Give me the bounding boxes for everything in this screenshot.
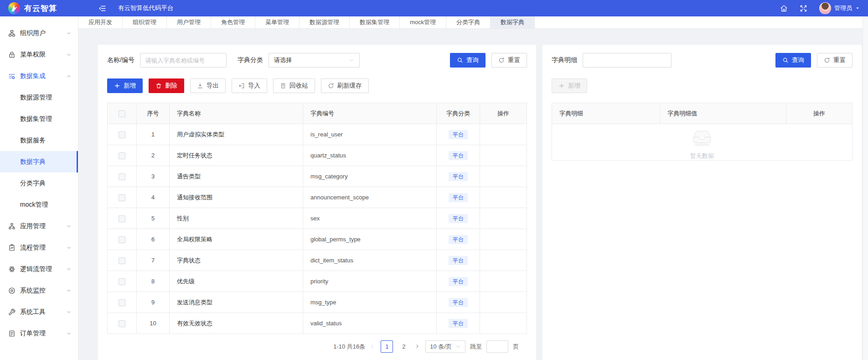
sidebar-subitem-label: 数据字典 [20,158,46,166]
sidebar-subitem-label: mock管理 [20,201,48,209]
cell-no: 3 [137,166,170,187]
sidebar-item-label: 系统工具 [20,308,46,316]
tab-user-mgmt[interactable]: 用户管理 [167,16,211,28]
column-detail-actions: 操作 [786,103,852,124]
user-avatar [819,2,831,14]
collapse-sidebar-button[interactable] [98,5,106,12]
sidebar-subitem-label: 数据源管理 [20,94,52,102]
page-button-2[interactable]: 2 [398,340,410,353]
column-actions: 操作 [480,103,527,124]
detail-filter-label: 字典明细 [552,56,577,64]
cell-dict-category: 平台 [437,271,480,292]
dict-filter-row: 名称/编号 字典分类 请选择 查询 [107,53,527,68]
table-row[interactable]: 5 性别 sex 平台 [108,208,527,229]
row-checkbox[interactable] [119,257,125,264]
cell-actions [480,187,527,208]
chevron-up-icon [66,73,72,79]
sidebar-subitem-data-service[interactable]: 数据服务 [0,130,78,151]
sidebar-subitem-data-dict[interactable]: 数据字典 [0,151,78,172]
sidebar-item-menu-perms[interactable]: 菜单权限 [0,44,78,65]
cell-no: 1 [137,124,170,145]
tab-app-dev[interactable]: 应用开发 [78,16,123,28]
menu-perms-icon [8,51,16,58]
plus-icon [558,83,565,89]
import-button[interactable]: 导入 [232,78,267,93]
tab-bar: 应用开发组织管理用户管理角色管理菜单管理数据源管理数据集管理mock管理分类字典… [78,16,868,29]
sidebar-item-data-integration[interactable]: 数据集成 [0,65,78,87]
tab-data-dict[interactable]: 数据字典 [491,16,535,28]
row-checkbox[interactable] [119,320,125,327]
cell-dict-code: quartz_status [303,145,437,166]
sidebar-subitem-datasource-mgmt[interactable]: 数据源管理 [0,87,78,108]
sidebar-item-system-monitor[interactable]: 系统监控 [0,280,78,301]
export-button[interactable]: 导出 [190,78,226,93]
cell-dict-code: msg_type [303,292,437,313]
row-checkbox[interactable] [119,194,125,201]
add-dict-button[interactable]: 新增 [107,78,143,93]
fullscreen-button[interactable] [800,5,807,12]
row-checkbox[interactable] [119,278,125,285]
table-row[interactable]: 4 通知接收范围 announcement_scope 平台 [108,187,527,208]
sidebar-item-process-mgmt[interactable]: 流程管理 [0,237,78,258]
system-monitor-icon [8,287,16,294]
table-row[interactable]: 3 通告类型 msg_category 平台 [108,166,527,187]
page-size-select[interactable]: 10 条/页 [425,340,465,353]
tab-category-dict[interactable]: 分类字典 [446,16,491,28]
table-row[interactable]: 8 优先级 priority 平台 [108,271,527,292]
process-mgmt-icon [8,244,16,251]
row-checkbox[interactable] [119,236,125,243]
tab-mock-mgmt[interactable]: mock管理 [400,16,446,28]
detail-filter-input[interactable] [583,53,672,68]
export-icon [197,83,203,89]
category-filter-select[interactable]: 请选择 [269,53,360,68]
sidebar-item-app-mgmt[interactable]: 应用管理 [0,215,78,237]
detail-reset-button[interactable]: 重置 [817,53,852,68]
tab-dataset-mgmt[interactable]: 数据集管理 [350,16,400,28]
sidebar-item-org-users[interactable]: 组织用户 [0,22,78,44]
select-all-checkbox[interactable] [119,110,125,117]
table-row[interactable]: 1 用户虚拟实体类型 is_real_user 平台 [108,124,527,145]
row-checkbox[interactable] [119,215,125,222]
table-row[interactable]: 7 字典状态 dict_item_status 平台 [108,250,527,271]
tab-org-mgmt[interactable]: 组织管理 [123,16,167,28]
sidebar-item-logicflow-mgmt[interactable]: 逻辑流管理 [0,258,78,280]
table-row[interactable]: 6 全局权限策略 global_perms_type 平台 [108,229,527,250]
user-menu[interactable]: 管理员 [819,2,860,14]
dict-toolbar: 新增 删除 导出 导入 [107,78,527,93]
row-checkbox[interactable] [119,173,125,180]
recycle-bin-button[interactable]: 回收站 [273,78,315,93]
tab-role-mgmt[interactable]: 角色管理 [211,16,255,28]
delete-dict-button[interactable]: 删除 [149,78,184,93]
detail-search-button[interactable]: 查询 [775,53,811,68]
next-page-button[interactable] [414,344,421,350]
cell-no: 8 [137,271,170,292]
dict-search-button[interactable]: 查询 [450,53,486,68]
table-row[interactable]: 2 定时任务状态 quartz_status 平台 [108,145,527,166]
dict-reset-button[interactable]: 重置 [491,53,527,68]
sidebar-subitem-category-dict[interactable]: 分类字典 [0,172,78,194]
page-button-1[interactable]: 1 [381,340,393,353]
table-row[interactable]: 9 发送消息类型 msg_type 平台 [108,292,527,313]
sidebar-subitem-dataset-mgmt[interactable]: 数据集管理 [0,108,78,130]
sidebar-item-system-tools[interactable]: 系统工具 [0,301,78,323]
sidebar-item-order-mgmt[interactable]: 订单管理 [0,323,78,344]
cell-actions [480,145,527,166]
row-checkbox[interactable] [119,299,125,306]
table-row[interactable]: 10 有效无效状态 valid_status 平台 [108,313,527,334]
tab-menu-mgmt[interactable]: 菜单管理 [255,16,300,28]
add-detail-button[interactable]: 新增 [552,78,587,93]
prev-page-button[interactable] [370,344,376,350]
tab-datasource-mgmt[interactable]: 数据源管理 [300,16,350,28]
refresh-cache-button[interactable]: 刷新缓存 [321,78,369,93]
home-button[interactable] [780,5,788,12]
name-filter-input[interactable] [140,53,227,68]
cell-no: 10 [137,313,170,334]
empty-state: 暂无数据 [552,124,852,161]
sidebar-subitem-mock-mgmt[interactable]: mock管理 [0,194,78,215]
page-scrollbar[interactable] [863,16,868,360]
jump-page-input[interactable] [486,340,508,353]
chevron-down-icon [455,344,461,350]
row-checkbox[interactable] [119,131,125,138]
detail-toolbar: 新增 [552,78,852,93]
row-checkbox[interactable] [119,152,125,159]
